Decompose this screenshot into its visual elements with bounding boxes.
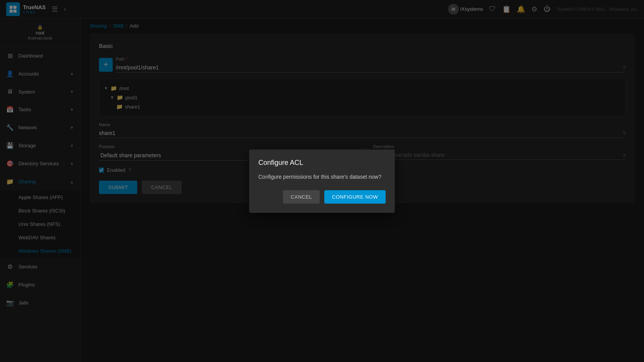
configure-acl-dialog: Configure ACL Configure permissions for … <box>249 150 395 213</box>
dialog-cancel-button[interactable]: CANCEL <box>283 190 320 204</box>
configure-now-button[interactable]: CONFIGURE NOW <box>324 190 386 204</box>
dialog-body: Configure permissions for this share's d… <box>258 173 386 181</box>
dialog-actions: CANCEL CONFIGURE NOW <box>258 190 386 204</box>
dialog-overlay: Configure ACL Configure permissions for … <box>0 0 644 362</box>
dialog-title: Configure ACL <box>258 159 386 167</box>
